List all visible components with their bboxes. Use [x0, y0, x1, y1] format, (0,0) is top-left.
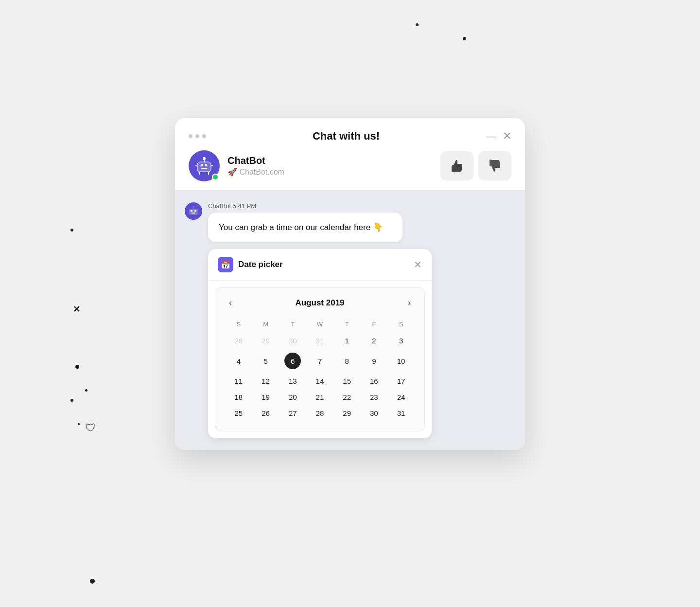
calendar-day[interactable]: 1 — [333, 333, 361, 349]
calendar-weekday: F — [361, 318, 388, 333]
calendar-day[interactable]: 23 — [361, 389, 388, 405]
message-row: ChatBot 5:41 PM You can grab a time on o… — [185, 202, 515, 243]
svg-rect-3 — [201, 168, 207, 169]
calendar-weekday: W — [306, 318, 333, 333]
calendar-day[interactable]: 5 — [252, 349, 280, 373]
next-month-button[interactable]: › — [404, 296, 415, 310]
calendar-day[interactable]: 21 — [306, 389, 333, 405]
minimize-button[interactable]: — — [486, 131, 496, 141]
calendar-day[interactable]: 29 — [252, 333, 280, 349]
svg-rect-14 — [194, 210, 196, 212]
calendar-day[interactable]: 20 — [279, 389, 306, 405]
deco-dot-10 — [90, 579, 95, 584]
calendar-day[interactable]: 3 — [387, 333, 415, 349]
calendar-weekday: S — [387, 318, 415, 333]
calendar-grid: SMTWTFS 28293031123456789101112131415161… — [225, 318, 415, 421]
chat-title: Chat with us! — [206, 130, 486, 143]
calendar-day[interactable]: 24 — [387, 389, 415, 405]
message-content: ChatBot 5:41 PM You can grab a time on o… — [208, 202, 515, 243]
calendar-day[interactable]: 2 — [361, 333, 388, 349]
svg-rect-0 — [197, 162, 211, 172]
calendar-day[interactable]: 4 — [225, 349, 252, 373]
calendar-day[interactable]: 6 — [279, 349, 306, 373]
calendar-day[interactable]: 25 — [225, 405, 252, 421]
calendar-day[interactable]: 29 — [333, 405, 361, 421]
dot-3 — [202, 134, 206, 138]
svg-point-17 — [193, 206, 194, 207]
thumbs-down-icon — [488, 159, 502, 173]
svg-point-5 — [203, 157, 206, 160]
svg-rect-12 — [189, 209, 198, 215]
prev-month-button[interactable]: ‹ — [225, 296, 236, 310]
bot-info-row: ChatBot 🚀 ChatBot.com — [189, 150, 511, 181]
header-actions: — ✕ — [486, 131, 511, 142]
message-bubble: You can grab a time on our calendar here… — [208, 213, 402, 243]
deco-dot-1 — [416, 23, 419, 26]
calendar-day[interactable]: 17 — [387, 373, 415, 389]
bot-name: ChatBot — [228, 155, 433, 166]
calendar-month-year: August 2019 — [295, 298, 344, 308]
calendar-week-row: 28293031123 — [225, 333, 415, 349]
calendar: ‹ August 2019 › SMTWTFS 2829303112345678… — [215, 287, 425, 431]
calendar-day[interactable]: 11 — [225, 373, 252, 389]
date-picker-close-button[interactable]: ✕ — [414, 259, 422, 270]
dot-1 — [189, 134, 192, 138]
calendar-day[interactable]: 12 — [252, 373, 280, 389]
bot-url: 🚀 ChatBot.com — [228, 167, 433, 177]
calendar-day[interactable]: 15 — [333, 373, 361, 389]
dot-2 — [195, 134, 199, 138]
chat-header: Chat with us! — ✕ — [175, 118, 525, 191]
thumbs-down-button[interactable] — [478, 151, 511, 180]
message-text: You can grab a time on our calendar here… — [219, 223, 383, 232]
calendar-weekday: T — [279, 318, 306, 333]
calendar-day[interactable]: 16 — [361, 373, 388, 389]
date-picker-header: 📅 Date picker ✕ — [208, 249, 432, 281]
menu-dots[interactable] — [189, 134, 206, 138]
calendar-week-row: 25262728293031 — [225, 405, 415, 421]
calendar-weekday: M — [252, 318, 280, 333]
calendar-day[interactable]: 30 — [279, 333, 306, 349]
calendar-day[interactable]: 8 — [333, 349, 361, 373]
thumbs-up-button[interactable] — [440, 151, 473, 180]
message-meta: ChatBot 5:41 PM — [208, 202, 515, 210]
calendar-weekday: T — [333, 318, 361, 333]
calendar-day[interactable]: 10 — [387, 349, 415, 373]
chat-widget: Chat with us! — ✕ — [175, 118, 525, 450]
header-top-row: Chat with us! — ✕ — [189, 130, 511, 143]
calendar-day[interactable]: 7 — [306, 349, 333, 373]
calendar-week-row: 11121314151617 — [225, 373, 415, 389]
close-button[interactable]: ✕ — [503, 131, 511, 142]
deco-dot-7 — [70, 399, 73, 402]
svg-point-10 — [200, 164, 202, 165]
date-picker-card: 📅 Date picker ✕ ‹ August 2019 › — [208, 249, 432, 438]
deco-dot-2 — [463, 37, 466, 40]
date-picker-label: Date picker — [238, 260, 283, 269]
deco-dot-8 — [78, 423, 80, 425]
calendar-nav: ‹ August 2019 › — [225, 296, 415, 310]
calendar-day[interactable]: 30 — [361, 405, 388, 421]
svg-rect-15 — [192, 213, 195, 214]
calendar-day[interactable]: 22 — [333, 389, 361, 405]
calendar-day[interactable]: 13 — [279, 373, 306, 389]
bot-avatar-wrapper — [189, 150, 220, 181]
message-bot-icon — [188, 205, 199, 217]
calendar-day[interactable]: 31 — [306, 333, 333, 349]
svg-point-11 — [207, 164, 209, 165]
svg-rect-13 — [191, 210, 192, 212]
deco-dot-9 — [70, 229, 73, 232]
bot-robot-icon — [193, 155, 215, 177]
calendar-weekday: S — [225, 318, 252, 333]
calendar-day[interactable]: 31 — [387, 405, 415, 421]
calendar-day[interactable]: 9 — [361, 349, 388, 373]
calendar-day[interactable]: 14 — [306, 373, 333, 389]
online-indicator — [212, 174, 219, 180]
rating-buttons — [440, 151, 511, 180]
date-picker-calendar-icon: 📅 — [218, 257, 233, 272]
calendar-day[interactable]: 19 — [252, 389, 280, 405]
calendar-day[interactable]: 27 — [279, 405, 306, 421]
calendar-day[interactable]: 28 — [306, 405, 333, 421]
calendar-day[interactable]: 28 — [225, 333, 252, 349]
calendar-day[interactable]: 26 — [252, 405, 280, 421]
calendar-day[interactable]: 18 — [225, 389, 252, 405]
date-picker-title-row: 📅 Date picker — [218, 257, 283, 272]
